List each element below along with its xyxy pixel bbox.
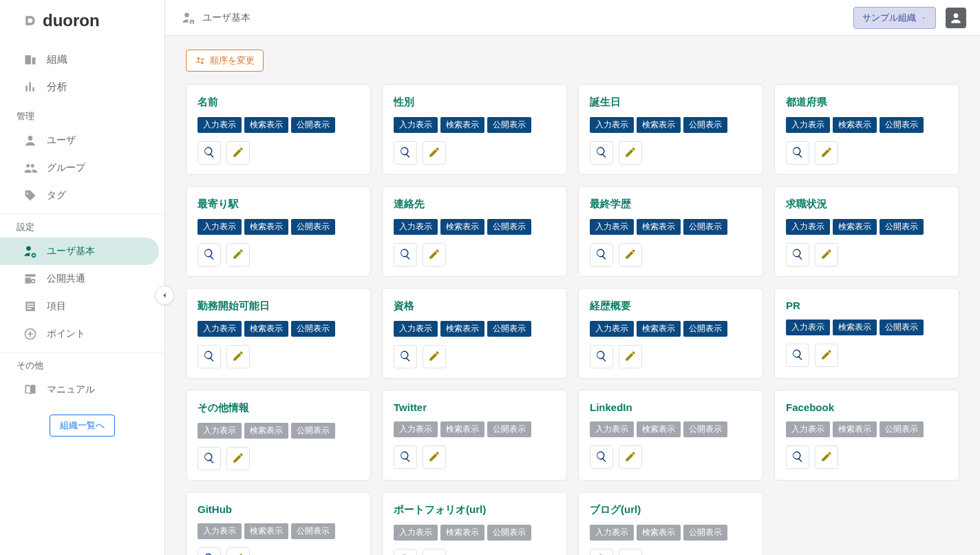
sidebar-item-label: ユーザ bbox=[47, 134, 76, 147]
field-card-portfolio_url: ポートフォリオ(url)入力表示検索表示公開表示 bbox=[382, 492, 567, 555]
badge-row: 入力表示検索表示公開表示 bbox=[786, 219, 948, 235]
field-title: ブログ(url) bbox=[590, 503, 752, 516]
badge-public: 公開表示 bbox=[487, 421, 531, 437]
preview-button[interactable] bbox=[786, 243, 809, 266]
edit-icon bbox=[820, 348, 833, 363]
edit-button[interactable] bbox=[226, 447, 250, 470]
preview-button[interactable] bbox=[590, 549, 613, 555]
badge-row: 入力表示検索表示公開表示 bbox=[590, 219, 752, 235]
edit-icon bbox=[820, 248, 833, 262]
bars-icon bbox=[23, 80, 37, 94]
badge-input: 入力表示 bbox=[590, 421, 634, 437]
preview-button[interactable] bbox=[394, 549, 417, 555]
field-card-work_start_date: 勤務開始可能日入力表示検索表示公開表示 bbox=[186, 288, 371, 379]
edit-icon bbox=[232, 146, 244, 160]
edit-button[interactable] bbox=[619, 549, 642, 555]
field-title: LinkedIn bbox=[590, 401, 752, 413]
badge-search: 検索表示 bbox=[833, 320, 877, 335]
action-row bbox=[198, 547, 359, 555]
badge-search: 検索表示 bbox=[833, 421, 877, 437]
edit-button[interactable] bbox=[619, 446, 642, 469]
field-card-birthday: 誕生日入力表示検索表示公開表示 bbox=[578, 84, 763, 175]
badge-public: 公開表示 bbox=[291, 117, 335, 133]
preview-button[interactable] bbox=[198, 141, 221, 165]
edit-button[interactable] bbox=[423, 446, 446, 469]
preview-button[interactable] bbox=[198, 345, 221, 368]
preview-button[interactable] bbox=[394, 141, 417, 165]
sidebar-item-analytics[interactable]: 分析 bbox=[0, 73, 159, 101]
edit-button[interactable] bbox=[226, 345, 250, 368]
sidebar-item-label: タグ bbox=[47, 189, 66, 202]
edit-icon bbox=[820, 146, 833, 160]
sidebar-item-label: 分析 bbox=[47, 81, 67, 94]
badge-input: 入力表示 bbox=[590, 525, 634, 541]
edit-button[interactable] bbox=[226, 547, 250, 555]
search-icon bbox=[203, 552, 215, 556]
edit-button[interactable] bbox=[815, 141, 838, 165]
sidebar-item-groups[interactable]: グループ bbox=[0, 154, 159, 182]
sidebar-item-organizations[interactable]: 組織 bbox=[0, 45, 159, 73]
edit-button[interactable] bbox=[619, 141, 642, 165]
edit-icon bbox=[624, 350, 637, 364]
sidebar-item-label: 公開共通 bbox=[47, 273, 85, 285]
edit-icon bbox=[232, 452, 244, 466]
field-title: PR bbox=[786, 300, 948, 311]
search-icon bbox=[791, 348, 804, 363]
preview-button[interactable] bbox=[786, 344, 809, 367]
sidebar-item-tags[interactable]: タグ bbox=[0, 182, 159, 209]
preview-button[interactable] bbox=[590, 446, 613, 469]
preview-button[interactable] bbox=[394, 243, 417, 266]
sidebar-item-points[interactable]: ポイント bbox=[0, 320, 159, 348]
sidebar-item-public_common[interactable]: 公開共通 bbox=[0, 265, 159, 293]
field-title: 最終学歴 bbox=[590, 198, 752, 211]
badge-public: 公開表示 bbox=[487, 117, 531, 133]
edit-button[interactable] bbox=[423, 243, 446, 266]
edit-button[interactable] bbox=[815, 344, 838, 367]
field-title: 誕生日 bbox=[590, 96, 752, 109]
edit-button[interactable] bbox=[423, 345, 446, 368]
preview-button[interactable] bbox=[786, 141, 809, 165]
sidebar-item-manual[interactable]: マニュアル bbox=[0, 376, 159, 404]
field-card-facebook: Facebook入力表示検索表示公開表示 bbox=[774, 390, 959, 481]
edit-button[interactable] bbox=[423, 141, 446, 165]
sidebar-item-label: ユーザ基本 bbox=[47, 245, 95, 258]
reorder-button[interactable]: 順序を変更 bbox=[186, 50, 264, 72]
action-row bbox=[394, 549, 555, 555]
person-gear-icon bbox=[182, 11, 195, 25]
edit-button[interactable] bbox=[619, 243, 642, 266]
badge-search: 検索表示 bbox=[440, 219, 484, 235]
preview-button[interactable] bbox=[394, 446, 417, 469]
edit-button[interactable] bbox=[815, 446, 838, 469]
badge-public: 公開表示 bbox=[487, 321, 531, 337]
preview-button[interactable] bbox=[786, 446, 809, 469]
sidebar-item-users[interactable]: ユーザ bbox=[0, 127, 159, 154]
edit-button[interactable] bbox=[226, 141, 250, 165]
edit-button[interactable] bbox=[423, 549, 446, 555]
sidebar-item-items[interactable]: 項目 bbox=[0, 293, 159, 320]
field-card-blog_url: ブログ(url)入力表示検索表示公開表示 bbox=[578, 492, 763, 555]
edit-button[interactable] bbox=[815, 243, 838, 266]
preview-button[interactable] bbox=[590, 345, 613, 368]
preview-button[interactable] bbox=[590, 141, 613, 165]
sidebar-groups: 管理ユーザグループタグ設定ユーザ基本公開共通項目ポイントその他マニュアル bbox=[0, 103, 164, 404]
preview-button[interactable] bbox=[394, 345, 417, 368]
sidebar-item-label: グループ bbox=[47, 162, 85, 174]
edit-button[interactable] bbox=[226, 243, 250, 266]
organization-dropdown[interactable]: サンプル組織 bbox=[853, 7, 936, 29]
organization-list-button[interactable]: 組織一覧へ bbox=[50, 415, 115, 437]
edit-icon bbox=[232, 248, 244, 262]
preview-button[interactable] bbox=[590, 243, 613, 266]
action-row bbox=[198, 141, 359, 165]
app-logo[interactable]: duoron bbox=[0, 0, 164, 43]
sidebar-item-user_basic[interactable]: ユーザ基本 bbox=[0, 238, 159, 265]
preview-button[interactable] bbox=[198, 447, 221, 470]
user-avatar[interactable] bbox=[946, 8, 966, 28]
preview-button[interactable] bbox=[198, 547, 221, 555]
sidebar-collapse-handle[interactable] bbox=[155, 286, 174, 305]
sidebar-item-label: 組織 bbox=[47, 53, 67, 66]
logo-icon bbox=[23, 14, 37, 28]
sidebar-item-label: ポイント bbox=[47, 328, 85, 340]
edit-button[interactable] bbox=[619, 345, 642, 368]
action-row bbox=[198, 447, 359, 470]
preview-button[interactable] bbox=[198, 243, 221, 266]
